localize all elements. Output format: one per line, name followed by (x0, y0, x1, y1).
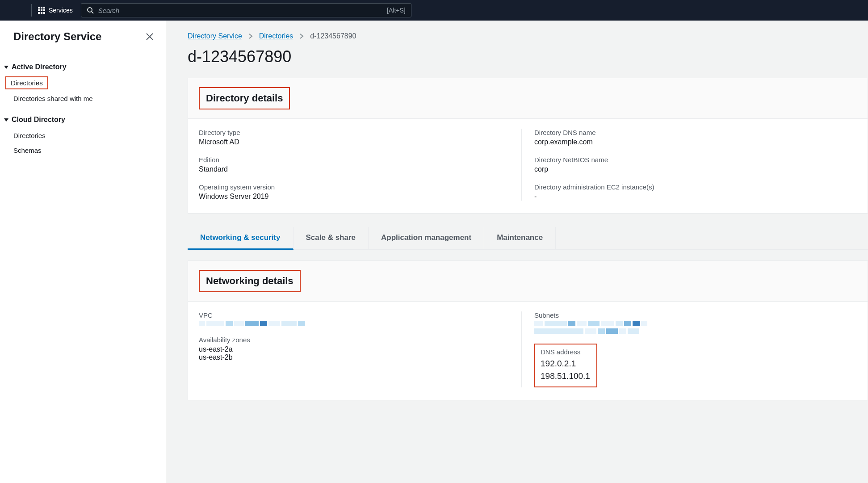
label-netbios: Directory NetBIOS name (534, 156, 857, 164)
highlight-dns-address: DNS address 192.0.2.1 198.51.100.1 (534, 344, 597, 387)
nav-item-cloud-directories[interactable]: Directories (0, 128, 166, 143)
label-dns-address: DNS address (541, 348, 590, 356)
value-netbios: corp (534, 165, 857, 173)
close-icon[interactable] (145, 32, 154, 41)
page-title: d-1234567890 (166, 43, 868, 78)
svg-line-1 (92, 12, 93, 13)
search-icon (87, 7, 94, 14)
chevron-right-icon (248, 33, 253, 39)
tab-networking-security[interactable]: Networking & security (188, 227, 294, 250)
highlight-networking-details: Networking details (199, 270, 301, 292)
label-az: Availability zones (199, 336, 521, 344)
nav-item-directories-shared[interactable]: Directories shared with me (0, 91, 166, 106)
value-dns-name: corp.example.com (534, 138, 857, 146)
value-os-version: Windows Server 2019 (199, 193, 521, 201)
value-ec2: - (534, 193, 857, 201)
redacted-vpc (199, 321, 324, 326)
services-label: Services (49, 7, 73, 14)
search-shortcut: [Alt+S] (387, 7, 406, 14)
tabs: Networking & security Scale & share Appl… (188, 227, 868, 250)
label-vpc: VPC (199, 311, 521, 319)
value-directory-type: Microsoft AD (199, 138, 521, 146)
directory-details-heading: Directory details (206, 92, 283, 104)
label-directory-type: Directory type (199, 129, 521, 136)
tab-application-management[interactable]: Application management (369, 227, 484, 249)
value-az-1: us-east-2b (199, 353, 521, 361)
sidebar-title: Directory Service (13, 30, 101, 43)
highlight-directories: Directories (5, 76, 48, 89)
highlight-directory-details: Directory details (199, 87, 290, 109)
services-menu[interactable]: Services (38, 7, 73, 14)
caret-down-icon (4, 117, 9, 122)
breadcrumb-root[interactable]: Directory Service (188, 32, 242, 40)
search-input[interactable] (98, 7, 387, 14)
label-dns-name: Directory DNS name (534, 129, 857, 136)
breadcrumb-current: d-1234567890 (310, 32, 356, 40)
label-subnets: Subnets (534, 311, 857, 319)
label-ec2: Directory administration EC2 instance(s) (534, 183, 857, 191)
tab-maintenance[interactable]: Maintenance (484, 227, 556, 249)
value-az-0: us-east-2a (199, 345, 521, 353)
value-dns-0: 192.0.2.1 (541, 357, 590, 370)
redacted-subnets (534, 321, 668, 334)
breadcrumb-directories[interactable]: Directories (259, 32, 293, 40)
label-os-version: Operating system version (199, 183, 521, 191)
global-search[interactable]: [Alt+S] (81, 3, 411, 17)
value-dns-1: 198.51.100.1 (541, 370, 590, 382)
svg-point-0 (88, 8, 92, 12)
nav-item-schemas[interactable]: Schemas (0, 143, 166, 158)
svg-marker-4 (4, 66, 8, 69)
tab-scale-share[interactable]: Scale & share (294, 227, 369, 249)
nav-item-directories[interactable]: Directories (11, 79, 43, 87)
nav-group-active-directory[interactable]: Active Directory (0, 63, 166, 76)
apps-grid-icon (38, 7, 45, 14)
label-edition: Edition (199, 156, 521, 164)
chevron-right-icon (299, 33, 304, 39)
networking-details-heading: Networking details (206, 275, 294, 287)
caret-down-icon (4, 64, 9, 70)
breadcrumb: Directory Service Directories d-12345678… (166, 29, 868, 43)
svg-marker-5 (4, 118, 8, 122)
nav-group-cloud-directory[interactable]: Cloud Directory (0, 116, 166, 128)
value-edition: Standard (199, 165, 521, 173)
